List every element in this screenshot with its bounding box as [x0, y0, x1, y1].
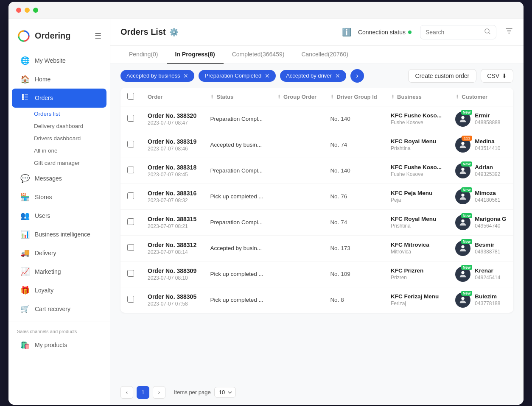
filter-chip-accepted-by-business[interactable]: Accepted by business ✕: [120, 70, 194, 82]
sidebar-item-users[interactable]: 👥 Users: [12, 206, 106, 225]
new-badge: New: [461, 291, 473, 296]
business-name: KFC Royal Menu: [391, 216, 442, 222]
sidebar-logo: Ordering ☰: [8, 26, 110, 51]
filter-chip-accepted-by-driver[interactable]: Accepted by driver ✕: [280, 70, 346, 82]
order-cell: Order No. 388318 2023-07-07 08:45: [141, 158, 203, 184]
csv-export-button[interactable]: CSV ⬇: [481, 69, 513, 83]
tab-cancelled[interactable]: Cancelled(20760): [293, 46, 357, 64]
sidebar-item-my-website[interactable]: 🌐 My Website: [12, 51, 106, 70]
sidebar-subitem-gift-card-manager[interactable]: Gift card manager: [31, 157, 110, 169]
select-all-checkbox[interactable]: [127, 93, 134, 100]
more-filters-button[interactable]: ›: [350, 69, 364, 83]
row-checkbox[interactable]: [127, 141, 134, 147]
driver-group-id-cell: No. 74: [323, 132, 384, 158]
customer-cell: New Bulezim 043778188: [448, 287, 513, 313]
sidebar-divider: [8, 322, 110, 322]
table-row[interactable]: Order No. 388320 2023-07-07 08:47 Prepar…: [120, 106, 513, 132]
sidebar-subitem-orders-list[interactable]: Orders list: [31, 108, 110, 120]
filter-chip-label: Accepted by business: [126, 72, 180, 79]
main-header: Orders List ⚙️ ℹ️ Connection status: [110, 19, 524, 46]
download-icon: ⬇: [502, 72, 507, 79]
items-per-page-select[interactable]: 10 25 50: [214, 387, 236, 398]
filter-chip-preparation-completed[interactable]: Preparation Completed ✕: [199, 70, 276, 82]
settings-icon[interactable]: ⚙️: [169, 28, 179, 37]
col-group-order: Group Order: [270, 88, 323, 106]
table-row[interactable]: Order No. 388315 2023-07-07 08:21 Prepar…: [120, 209, 513, 235]
row-checkbox[interactable]: [127, 192, 134, 199]
search-input[interactable]: [426, 29, 481, 36]
search-box[interactable]: [420, 25, 496, 39]
window-maximize-dot[interactable]: [33, 8, 38, 13]
driver-group-id-cell: No. 173: [323, 235, 384, 261]
sidebar-item-my-products[interactable]: 🛍️ My products: [12, 336, 106, 354]
page-title: Orders List ⚙️: [120, 27, 179, 37]
svg-point-9: [212, 95, 213, 96]
tab-pending[interactable]: Pending(0): [120, 46, 167, 64]
tab-in-progress[interactable]: In Progress(8): [167, 46, 224, 64]
customer-avatar: New: [455, 111, 470, 127]
orders-table: Order Status Gr: [120, 88, 513, 313]
customer-cell: New Besmir 049388781: [448, 235, 513, 261]
sidebar-item-loyalty[interactable]: 🎁 Loyalty: [12, 281, 106, 300]
sidebar-item-marketing[interactable]: 📈 Marketing: [12, 262, 106, 281]
sidebar-item-label: My Website: [35, 57, 66, 64]
row-checkbox[interactable]: [127, 270, 134, 277]
table-row[interactable]: Order No. 388309 2023-07-07 08:10 Pick u…: [120, 261, 513, 287]
logo-text: Ordering: [35, 31, 70, 41]
sidebar-item-orders[interactable]: Orders: [12, 89, 106, 108]
status-cell: Preparation Compl...: [203, 158, 270, 184]
page-1-button[interactable]: 1: [137, 386, 149, 399]
business-location: Fushe Kosove: [391, 171, 442, 177]
order-number: Order No. 388305: [148, 293, 196, 300]
col-driver-group-id: Driver Group Id: [323, 88, 384, 106]
sidebar-toggle-button[interactable]: ☰: [95, 31, 101, 41]
order-date: 2023-07-07 08:14: [148, 249, 196, 255]
order-date: 2023-07-07 07:58: [148, 301, 196, 307]
sidebar-subitem-drivers-dashboard[interactable]: Drivers dashboard: [31, 132, 110, 145]
create-custom-order-button[interactable]: Create custom order: [408, 69, 477, 83]
sidebar-subitem-delivery-dashboard[interactable]: Delivery dashboard: [31, 120, 110, 132]
app-window: Ordering ☰ 🌐 My Website 🏠 Home Orders Or…: [8, 2, 524, 405]
sidebar-subitem-all-in-one[interactable]: All in one: [31, 145, 110, 157]
table-row[interactable]: Order No. 388305 2023-07-07 07:58 Pick u…: [120, 287, 513, 313]
table-row[interactable]: Order No. 388318 2023-07-07 08:45 Prepar…: [120, 158, 513, 184]
svg-point-17: [332, 97, 333, 99]
row-checkbox[interactable]: [127, 115, 134, 122]
status-cell: Pick up completed ...: [203, 287, 270, 313]
table-row[interactable]: Order No. 388319 2023-07-07 08:46 Accept…: [120, 132, 513, 158]
customer-phone: 044180561: [475, 197, 500, 203]
row-checkbox[interactable]: [127, 218, 134, 225]
customer-cell: New Adrian 049325392: [448, 158, 513, 184]
info-icon[interactable]: ℹ️: [342, 28, 351, 37]
status-cell: Accepted by busin...: [203, 235, 270, 261]
sidebar-item-delivery[interactable]: 🚚 Delivery: [12, 244, 106, 262]
filter-chip-close[interactable]: ✕: [265, 72, 270, 79]
table-row[interactable]: Order No. 388312 2023-07-07 08:14 Accept…: [120, 235, 513, 261]
window-minimize-dot[interactable]: [25, 8, 30, 13]
filter-chip-label: Preparation Completed: [204, 72, 261, 79]
table-row[interactable]: Order No. 388316 2023-07-07 08:32 Pick u…: [120, 184, 513, 209]
prev-page-button[interactable]: ‹: [120, 386, 133, 399]
tab-completed[interactable]: Completed(366459): [224, 46, 293, 64]
sidebar-item-home[interactable]: 🏠 Home: [12, 70, 106, 89]
row-checkbox[interactable]: [127, 167, 134, 173]
sidebar-item-stores[interactable]: 🏪 Stores: [12, 188, 106, 206]
filter-chip-label: Accepted by driver: [286, 72, 332, 79]
filter-icon[interactable]: [505, 27, 513, 37]
window-close-dot[interactable]: [16, 8, 21, 13]
filter-chip-close[interactable]: ✕: [335, 72, 340, 79]
row-checkbox[interactable]: [127, 296, 134, 303]
sidebar-item-messages[interactable]: 💬 Messages: [12, 169, 106, 188]
items-per-page: Items per page 10 25 50: [174, 387, 236, 398]
svg-point-20: [392, 97, 394, 99]
row-checkbox[interactable]: [127, 244, 134, 251]
count-badge: 111: [462, 136, 472, 141]
sidebar-item-cart-recovery[interactable]: 🛒 Cart recovery: [12, 300, 106, 318]
group-order-cell: [270, 132, 323, 158]
driver-group-id-cell: No. 140: [323, 158, 384, 184]
sidebar-item-business-intelligence[interactable]: 📊 Business intelligence: [12, 225, 106, 244]
connection-status-dot: [408, 31, 412, 34]
next-page-button[interactable]: ›: [153, 386, 165, 399]
filter-chip-close[interactable]: ✕: [183, 72, 188, 79]
business-location: Prishtina: [391, 145, 442, 151]
